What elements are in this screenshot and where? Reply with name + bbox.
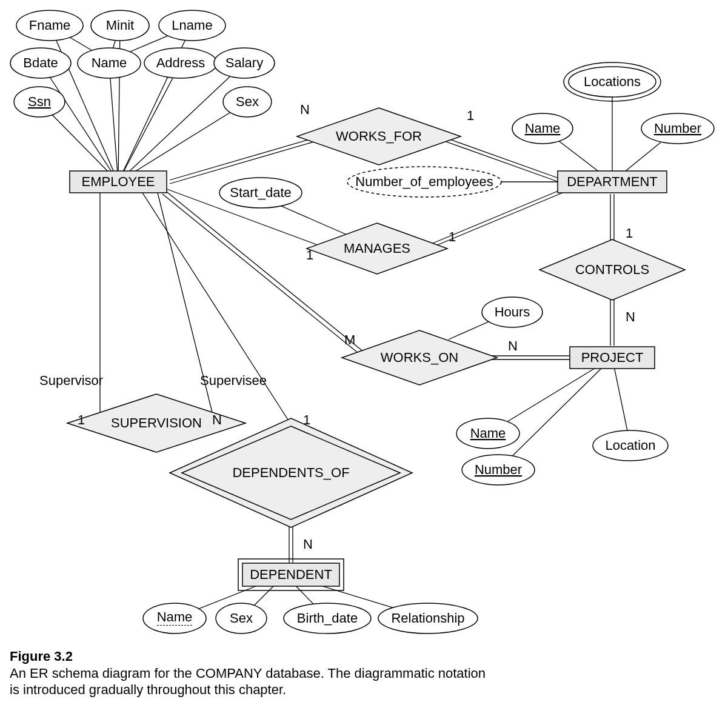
card-works-on-m: M <box>344 332 355 347</box>
attr-emp-sex: Sex <box>236 94 259 109</box>
role-supervisor: Supervisor <box>39 373 103 388</box>
svg-text:SUPERVISION: SUPERVISION <box>111 415 202 430</box>
svg-text:CONTROLS: CONTROLS <box>575 262 649 277</box>
svg-line-6 <box>41 63 118 182</box>
attr-hours: Hours <box>495 304 530 319</box>
supervision-lines <box>100 193 212 412</box>
svg-text:DEPENDENT: DEPENDENT <box>250 567 332 582</box>
svg-text:DEPENDENTS_OF: DEPENDENTS_OF <box>232 465 349 480</box>
attr-fname: Fname <box>29 18 70 33</box>
svg-line-17 <box>498 358 612 470</box>
svg-text:WORKS_FOR: WORKS_FOR <box>336 129 422 144</box>
card-works-for-n: N <box>300 102 310 117</box>
attr-ssn: Ssn <box>28 94 51 109</box>
attr-lname: Lname <box>172 18 212 33</box>
attr-num-employees: Number_of_employees <box>355 174 493 189</box>
svg-line-23 <box>170 135 326 180</box>
card-works-on-n: N <box>508 338 518 353</box>
attr-dept-number: Number <box>654 121 701 136</box>
svg-line-29 <box>424 190 570 250</box>
attr-proj-location: Location <box>605 438 655 453</box>
attr-bdate: Bdate <box>23 55 58 70</box>
svg-line-35 <box>165 190 369 356</box>
card-controls-1: 1 <box>626 226 633 241</box>
figure-caption-1: An ER schema diagram for the COMPANY dat… <box>10 666 486 681</box>
svg-text:DEPARTMENT: DEPARTMENT <box>567 174 658 189</box>
card-supervision-1: 1 <box>78 412 85 427</box>
attr-dep-sex: Sex <box>230 610 253 626</box>
role-supervisee: Supervisee <box>200 373 267 388</box>
svg-line-42 <box>142 193 291 424</box>
attr-start-date: Start_date <box>230 185 292 200</box>
svg-text:EMPLOYEE: EMPLOYEE <box>81 174 155 189</box>
attr-salary: Salary <box>225 55 263 70</box>
svg-text:MANAGES: MANAGES <box>344 241 410 256</box>
employee-attr-lines <box>39 25 247 182</box>
attr-proj-name: Name <box>470 426 506 441</box>
attr-dept-name: Name <box>525 121 561 136</box>
attr-minit: Minit <box>106 18 134 33</box>
svg-line-8 <box>118 63 181 182</box>
figure-caption-2: is introduced gradually throughout this … <box>10 682 286 697</box>
figure-title: Figure 3.2 <box>10 649 73 664</box>
attr-dep-name: Name <box>157 609 193 626</box>
card-controls-n: N <box>626 309 635 324</box>
svg-text:WORKS_ON: WORKS_ON <box>381 350 458 365</box>
card-supervision-n: N <box>212 412 222 427</box>
card-works-for-1: 1 <box>467 108 474 123</box>
attr-emp-name: Name <box>92 55 127 70</box>
card-manages-dept: 1 <box>449 229 456 244</box>
attr-relationship: Relationship <box>391 610 464 626</box>
card-manages-emp: 1 <box>306 247 313 262</box>
svg-line-24 <box>170 138 326 184</box>
attr-locations: Locations <box>584 74 641 89</box>
svg-text:PROJECT: PROJECT <box>581 350 644 365</box>
svg-line-11 <box>118 102 247 182</box>
er-diagram: Fname Minit Lname Bdate Name Address Sal… <box>0 0 728 702</box>
attr-address: Address <box>156 55 205 70</box>
works-on-lines <box>162 190 570 359</box>
card-depof-1: 1 <box>303 412 310 427</box>
attr-birth-date: Birth_date <box>297 610 358 626</box>
card-depof-n: N <box>303 537 313 552</box>
attr-proj-number: Number <box>475 462 522 477</box>
